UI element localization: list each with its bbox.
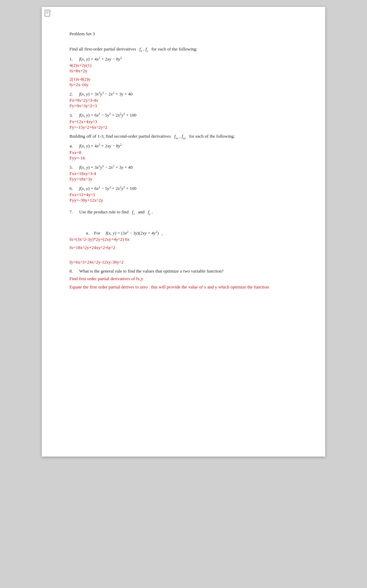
problem-6-formula: 6. f(x, y) = 6x2 − 5y3 + 2x2y3 + 100	[69, 185, 298, 191]
p7a-a2: fx=18x^2y+24xy^2-6y^2	[69, 245, 298, 250]
p4-a1: Fxx=8	[69, 150, 298, 155]
p2-a2: Fy=9x^3y^2=3	[69, 103, 298, 109]
svg-marker-4	[49, 10, 51, 12]
p7-sub-a: a. For f(x, y) = (3x2 − 3y)(2xy + 4y2) ,…	[69, 230, 298, 265]
page-title: Problem Set 3	[69, 31, 298, 37]
p2-num: 2.	[69, 91, 76, 97]
problem-2-formula: 2. f(x, y) = 3x3y3 − 2x2 + 3y + 40	[69, 91, 298, 97]
p8-a2: Equate the first order partial derives t…	[69, 284, 298, 290]
problem-7: 7. Use the product rule to find fx and f…	[69, 209, 298, 265]
p1-formula: f(x, y) = 4x2 + 2xy − 8y2	[79, 56, 122, 62]
p3-a2: Fy=-15y^2+6x^2y^2	[69, 125, 298, 130]
p6-num: 6.	[69, 186, 76, 191]
problem-8-text: 8. What is the general rule to find the …	[69, 268, 298, 274]
problem-1: 1. f(x, y) = 4x2 + 2xy − 8y2 4(2)x+2y(1)…	[69, 56, 298, 88]
problem-8: 8. What is the general rule to find the …	[69, 268, 298, 290]
page: Problem Set 3 Find all first-order parti…	[42, 7, 325, 457]
p3-num: 3.	[69, 113, 76, 118]
problem-5: 5. f(x, y) = 3x3y3 − 2x2 + 3y + 40 Fxx=1…	[69, 164, 298, 182]
p5-a2: Fyy=18x^3y	[69, 176, 298, 182]
problem-1-formula: 1. f(x, y) = 4x2 + 2xy − 8y2	[69, 56, 298, 62]
problem-7-text: 7. Use the product rule to find fx and f…	[69, 209, 298, 215]
problem-5-formula: 5. f(x, y) = 3x3y3 − 2x2 + 3y + 40	[69, 164, 298, 170]
p5-formula: f(x, y) = 3x3y3 − 2x2 + 3y + 40	[79, 164, 133, 170]
problem-3-formula: 3. f(x, y) = 6x2 − 5y3 + 2x2y3 + 100	[69, 112, 298, 118]
p8-a1: Find first order partial derivatives of …	[69, 276, 298, 282]
p7a-a3: fy=6x^3+24x^2y-12xy-36y^2	[69, 259, 298, 265]
problem-4: 4. f(x, y) = 4x2 + 2xy − 8y2 Fxx=8 Fyy=-…	[69, 143, 298, 160]
p7a-formula: f(x, y) = (3x2 − 3y)(2xy + 4y2)	[106, 230, 159, 236]
p2-formula: f(x, y) = 3x3y3 − 2x2 + 3y + 40	[79, 91, 133, 97]
problem-2: 2. f(x, y) = 3x3y3 − 2x2 + 3y + 40 Fx=9x…	[69, 91, 298, 109]
problem-3: 3. f(x, y) = 6x2 − 5y3 + 2x2y3 + 100 Fx=…	[69, 112, 298, 130]
p7-num: 7.	[69, 209, 76, 215]
p7a-formula-line: a. For f(x, y) = (3x2 − 3y)(2xy + 4y2) ,	[86, 230, 298, 236]
intro-text: Find all first-order partial derivatives…	[69, 46, 298, 53]
intro-section: Find all first-order partial derivatives…	[69, 46, 298, 53]
p8-question: What is the general rule to find the val…	[79, 268, 224, 274]
p7a-for: For	[94, 230, 100, 236]
p7-instruction: Use the product rule to find fx and fy .	[79, 209, 153, 215]
p8-num: 8.	[69, 268, 76, 274]
second-order-intro-text: Building off of 1-3, find second-order p…	[69, 134, 298, 140]
p7a-comma: ,	[161, 230, 162, 236]
p1-a4: fy=2x-16y	[69, 82, 298, 88]
page-icon	[45, 10, 53, 18]
second-order-intro: Building off of 1-3, find second-order p…	[69, 134, 298, 140]
p1-a2: fx=8x+2y	[69, 68, 298, 74]
second-order-math: fxx , fyy	[174, 134, 187, 139]
svg-rect-0	[45, 10, 50, 16]
p1-a1: 4(2)x+2y(1)	[69, 63, 298, 68]
p3-a1: Fx=12x+4xy^3	[69, 119, 298, 125]
p1-num: 1.	[69, 56, 76, 62]
p4-formula: f(x, y) = 4x2 + 2xy − 8y2	[79, 143, 122, 149]
p4-a2: Fyy=-16	[69, 155, 298, 161]
problem-6: 6. f(x, y) = 6x2 − 5y3 + 2x2y3 + 100 Fxx…	[69, 185, 298, 203]
p5-num: 5.	[69, 165, 76, 170]
p3-formula: f(x, y) = 6x2 − 5y3 + 2x2y3 + 100	[79, 112, 137, 118]
p1-a3: 2(1)x-8(2)y	[69, 76, 298, 82]
problem-4-formula: 4. f(x, y) = 4x2 + 2xy − 8y2	[69, 143, 298, 149]
p2-a1: Fx=9x^2y^3-4x	[69, 98, 298, 103]
p5-a1: Fxx=18xy^3-4	[69, 171, 298, 176]
p7a-label: a.	[86, 230, 89, 236]
p6-formula: f(x, y) = 6x2 − 5y3 + 2x2y3 + 100	[79, 185, 137, 191]
intro-math: fx , fy	[140, 46, 149, 52]
p6-a2: Fyy=-30y+12x^2y	[69, 197, 298, 203]
p6-a1: Fxx=12+4y^3	[69, 192, 298, 197]
p4-num: 4.	[69, 144, 76, 149]
p7a-a1: fx=(3x^2-3y)*2y=(2xy+4y^2) 6x	[69, 237, 298, 242]
